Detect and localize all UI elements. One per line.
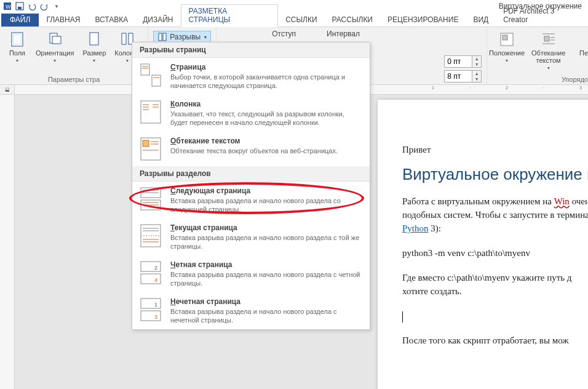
position-icon xyxy=(498,31,515,48)
break-text-wrap-desc: Обтекание текста вокруг объектов на веб-… xyxy=(170,146,362,155)
break-page-item[interactable]: СтраницаВыбор точки, в которой заканчива… xyxy=(132,58,370,95)
page[interactable]: Привет Виртуальное окружение на Работа с… xyxy=(378,100,588,389)
svg-rect-53 xyxy=(141,274,161,284)
tab-view[interactable]: ВИД xyxy=(466,14,496,26)
svg-rect-11 xyxy=(159,33,162,41)
position-button[interactable]: Положение ▾ xyxy=(492,30,522,72)
break-odd-page-item[interactable]: 13 Нечетная страницаВставка разрыва разд… xyxy=(132,292,370,329)
group-page-setup-label: Параметры стра xyxy=(48,74,100,83)
spacing-label: Интервал xyxy=(327,30,360,38)
size-icon xyxy=(85,31,103,48)
orientation-button[interactable]: Ориентация ▾ xyxy=(33,30,76,65)
continuous-break-icon xyxy=(140,223,162,248)
dropdown-section-section-breaks: Разрывы разделов xyxy=(132,166,370,182)
break-odd-page-desc: Вставка разрыва раздела и начало нового … xyxy=(170,307,362,324)
svg-text:1: 1 xyxy=(154,302,157,308)
cursor-line xyxy=(402,309,588,323)
bring-forward-button[interactable]: Переместить вперед ▾ xyxy=(575,30,588,72)
break-column-item[interactable]: КолонкаУказывает, что текст, следующий з… xyxy=(132,95,370,132)
next-page-break-icon xyxy=(140,186,162,211)
break-next-page-item[interactable]: Следующая страницаВставка разрыва раздел… xyxy=(132,182,370,219)
break-continuous-item[interactable]: Текущая страницаВставка разрыва раздела … xyxy=(132,219,370,255)
tab-review[interactable]: РЕЦЕНЗИРОВАНИЕ xyxy=(380,14,466,26)
size-button[interactable]: Размер ▾ xyxy=(80,30,108,65)
margins-button[interactable]: Поля ▾ xyxy=(5,30,30,65)
svg-rect-8 xyxy=(90,33,98,45)
page-break-icon xyxy=(140,63,162,87)
spin-down-icon[interactable]: ▼ xyxy=(472,76,481,82)
size-label: Размер xyxy=(82,49,106,57)
group-arrange: Положение ▾ Обтекание текстом ▾ Перемест… xyxy=(487,27,588,84)
spin-up-icon[interactable]: ▲ xyxy=(472,56,481,62)
wrap-text-button[interactable]: Обтекание текстом ▾ xyxy=(525,30,571,72)
breaks-label: Разрывы xyxy=(170,33,201,41)
heading-1: Виртуальное окружение на xyxy=(402,167,588,181)
spacing-after-spinner[interactable]: ▲▼ xyxy=(444,70,482,82)
break-text-wrap-item[interactable]: Обтекание текстомОбтекание текста вокруг… xyxy=(132,132,370,166)
ruler-corner[interactable]: ⬓ xyxy=(0,85,15,95)
quick-access-toolbar: W ▼ xyxy=(2,1,62,11)
tab-insert[interactable]: ВСТАВКА xyxy=(87,14,135,26)
break-column-title: Колонка xyxy=(170,100,362,108)
svg-rect-7 xyxy=(52,36,61,44)
break-page-desc: Выбор точки, в которой заканчивается одн… xyxy=(170,73,362,90)
break-odd-page-title: Нечетная страница xyxy=(170,297,362,306)
spacing-before-spinner[interactable]: ▲▼ xyxy=(444,55,482,68)
group-page-setup: Поля ▾ Ориентация ▾ Размер ▾ Колонки ▾ П… xyxy=(0,27,148,84)
break-column-desc: Указывает, что текст, следующий за разры… xyxy=(170,110,362,127)
paragraph-2: python3 -m venv c:\path\to\myenv xyxy=(402,246,588,260)
vertical-ruler[interactable] xyxy=(0,95,15,389)
svg-rect-36 xyxy=(143,140,149,146)
paragraph-4: После того как скрипт отработает, вы мож xyxy=(402,334,588,347)
spin-up-icon[interactable]: ▲ xyxy=(472,71,481,76)
svg-rect-57 xyxy=(141,311,161,321)
break-even-page-item[interactable]: 24 Четная страницаВставка разрыва раздел… xyxy=(132,255,370,292)
svg-rect-52 xyxy=(141,262,161,271)
bring-forward-label: Переместить вперед xyxy=(578,49,588,64)
orientation-label: Ориентация xyxy=(36,49,74,57)
tab-design[interactable]: ДИЗАЙН xyxy=(135,14,180,26)
svg-text:W: W xyxy=(6,4,11,10)
tab-references[interactable]: ССЫЛКИ xyxy=(278,14,324,26)
break-page-title: Страница xyxy=(170,63,362,71)
even-page-break-icon: 24 xyxy=(140,260,162,285)
break-continuous-desc: Вставка разрыва раздела и начало нового … xyxy=(170,233,362,251)
spacing-after-input[interactable] xyxy=(445,72,472,81)
wrap-text-label: Обтекание текстом xyxy=(528,49,569,64)
tab-page-layout[interactable]: РАЗМЕТКА СТРАНИЦЫ xyxy=(181,4,279,27)
tab-pdf[interactable]: PDF Architect 3 Creator xyxy=(496,5,588,26)
indent-label: Отступ xyxy=(272,30,296,38)
chevron-down-icon: ▾ xyxy=(93,58,95,63)
svg-rect-12 xyxy=(163,33,166,41)
svg-rect-9 xyxy=(122,33,126,44)
paragraph-1: Работа с виртуальным окружением на Win о… xyxy=(402,194,588,235)
svg-text:4: 4 xyxy=(154,277,157,283)
word-icon[interactable]: W xyxy=(2,1,12,11)
tab-file[interactable]: ФАЙЛ xyxy=(1,14,39,26)
svg-rect-25 xyxy=(152,75,161,86)
chevron-down-icon: ▾ xyxy=(126,58,129,63)
spin-down-icon[interactable]: ▼ xyxy=(472,62,481,67)
odd-page-break-icon: 13 xyxy=(140,297,162,322)
save-icon[interactable] xyxy=(15,1,25,11)
svg-rect-24 xyxy=(141,64,149,75)
greeting-text: Привет xyxy=(402,143,588,156)
text-wrap-break-icon xyxy=(140,137,162,161)
qat-dropdown-icon[interactable]: ▼ xyxy=(52,1,62,11)
tab-home[interactable]: ГЛАВНАЯ xyxy=(39,14,87,26)
breaks-button[interactable]: Разрывы ▾ xyxy=(153,31,211,43)
group-arrange-label: Упорядочение xyxy=(562,74,588,83)
undo-icon[interactable] xyxy=(27,1,37,11)
break-text-wrap-title: Обтекание текстом xyxy=(170,137,362,145)
orientation-icon xyxy=(46,31,63,48)
spacing-before-input[interactable] xyxy=(445,57,472,66)
break-continuous-title: Текущая страница xyxy=(170,223,362,232)
wrap-text-icon xyxy=(540,31,557,48)
tab-mailings[interactable]: РАССЫЛКИ xyxy=(325,14,380,26)
break-even-page-title: Четная страница xyxy=(170,260,362,269)
redo-icon[interactable] xyxy=(39,1,49,11)
break-even-page-desc: Вставка разрыва раздела и начало нового … xyxy=(170,270,362,287)
margins-label: Поля xyxy=(9,49,25,57)
paragraph-3: Где вместо c:\path\to\myenv укажите путь… xyxy=(402,271,588,298)
svg-rect-3 xyxy=(18,7,22,9)
